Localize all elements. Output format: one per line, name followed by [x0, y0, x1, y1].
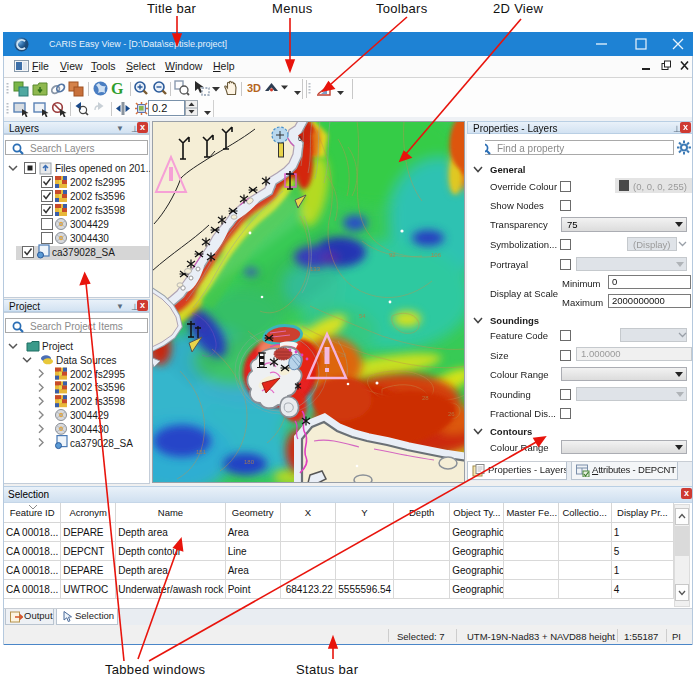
svg-text:2002 fs3598: 2002 fs3598	[70, 396, 125, 407]
svg-text:2002 fs3596: 2002 fs3596	[70, 191, 125, 202]
svg-text:151: 151	[196, 449, 207, 455]
svg-text:6: 6	[298, 135, 302, 142]
svg-text:54: 54	[359, 313, 366, 319]
svg-text:3D: 3D	[247, 82, 261, 94]
svg-text:2002 fs2995: 2002 fs2995	[70, 369, 125, 380]
svg-text:ca379028_SA: ca379028_SA	[52, 247, 115, 258]
svg-text:3004429: 3004429	[70, 410, 109, 421]
svg-text:28: 28	[422, 395, 429, 401]
svg-text:26: 26	[448, 411, 455, 417]
svg-text:Data Sources: Data Sources	[56, 355, 117, 366]
svg-text:3004429: 3004429	[70, 219, 109, 230]
svg-text:Files opened on 201...: Files opened on 201...	[55, 163, 150, 174]
svg-text:3004430: 3004430	[70, 233, 109, 244]
svg-text:32: 32	[340, 352, 347, 358]
svg-text:ca379028_SA: ca379028_SA	[70, 438, 133, 449]
svg-text:G: G	[111, 80, 124, 97]
svg-text:2002 fs3598: 2002 fs3598	[70, 205, 125, 216]
svg-text:Project: Project	[42, 341, 73, 352]
svg-text:133: 133	[310, 266, 321, 272]
svg-text:3004430: 3004430	[70, 424, 109, 435]
svg-text:2002 fs3596: 2002 fs3596	[70, 382, 125, 393]
svg-text:106: 106	[431, 252, 442, 258]
svg-text:92: 92	[389, 252, 396, 258]
svg-text:180: 180	[244, 459, 255, 465]
svg-text:2002 fs2995: 2002 fs2995	[70, 177, 125, 188]
